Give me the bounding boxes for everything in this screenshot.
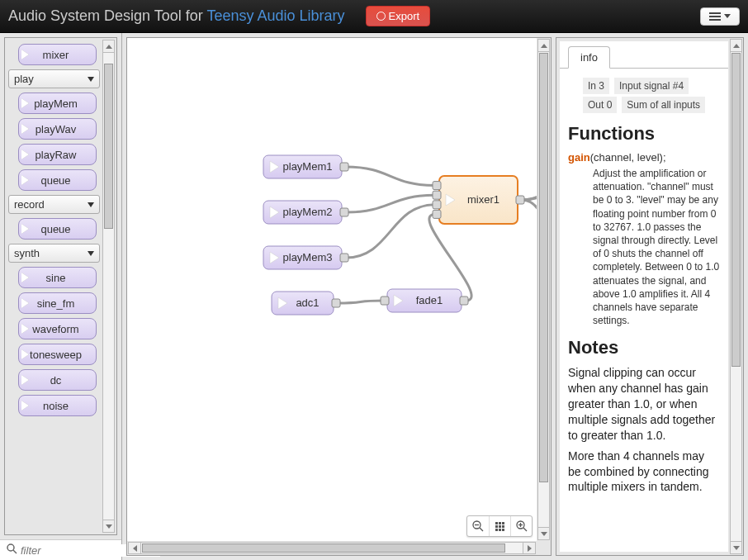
palette: mixerplayplayMemplayWavplayRawqueuerecor… — [0, 33, 122, 560]
node-fade1[interactable]: fade1 — [381, 289, 468, 312]
io-row: Out 0Sum of all inputs — [583, 97, 720, 113]
scrollbar-thumb[interactable] — [731, 53, 741, 367]
grid-icon — [495, 522, 504, 531]
node-playMem1[interactable]: playMem1 — [263, 155, 348, 178]
palette-node-dc[interactable]: dc — [18, 369, 97, 391]
notes-heading: Notes — [568, 337, 720, 358]
canvas-wrap: playMem1playMem2playMem3adc1fade1mixer1i… — [126, 37, 552, 556]
scroll-up-icon[interactable] — [103, 40, 114, 53]
header: Audio System Design Tool for Teensy Audi… — [0, 0, 748, 33]
wire[interactable] — [338, 301, 383, 303]
palette-node-queue[interactable]: queue — [18, 169, 97, 191]
node-arrow-icon — [21, 224, 29, 234]
palette-node-label: queue — [40, 223, 70, 235]
port-in[interactable] — [433, 201, 441, 209]
scroll-left-icon[interactable] — [129, 543, 141, 553]
node-arrow-icon — [21, 349, 29, 359]
palette-node-label: playWav — [36, 123, 76, 135]
zoom-out-button[interactable] — [467, 516, 489, 536]
scroll-right-icon[interactable] — [523, 543, 535, 553]
port-in[interactable] — [381, 297, 389, 305]
port-out[interactable] — [340, 254, 348, 262]
node-label: fade1 — [416, 294, 443, 306]
scroll-down-icon[interactable] — [731, 541, 741, 553]
palette-node-sine_fm[interactable]: sine_fm — [18, 292, 97, 314]
node-label: playMem1 — [283, 160, 333, 173]
app-title: Audio System Design Tool for Teensy Audi… — [8, 7, 345, 25]
port-out[interactable] — [340, 208, 348, 216]
wire[interactable] — [429, 214, 471, 301]
node-label: mixer1 — [467, 193, 499, 206]
category-synth[interactable]: synth — [8, 244, 100, 263]
palette-node-playMem[interactable]: playMem — [18, 93, 97, 114]
io-desc: Sum of all inputs — [622, 97, 705, 113]
node-mixer1[interactable]: mixer1 — [433, 176, 524, 224]
palette-scroll: mixerplayplayMemplayWavplayRawqueuerecor… — [4, 37, 117, 535]
node-arrow-icon — [21, 273, 29, 282]
palette-node-label: sine_fm — [37, 297, 75, 310]
tab-info[interactable]: info — [568, 46, 610, 69]
node-playMem3[interactable]: playMem3 — [263, 246, 348, 269]
palette-node-label: mixer — [43, 49, 69, 61]
palette-node-label: noise — [43, 400, 69, 412]
menu-button[interactable] — [700, 7, 740, 26]
hamburger-icon — [709, 12, 721, 21]
scrollbar-thumb[interactable] — [104, 64, 113, 229]
port-out[interactable] — [460, 297, 468, 305]
zoom-in-button[interactable] — [510, 516, 532, 536]
node-arrow-icon — [21, 175, 29, 185]
node-arrow-icon — [21, 124, 29, 134]
search-icon — [3, 543, 21, 557]
scrollbar-thumb[interactable] — [142, 543, 505, 553]
wire[interactable] — [522, 200, 537, 259]
scroll-up-icon[interactable] — [731, 40, 741, 52]
scroll-up-icon[interactable] — [538, 40, 549, 52]
port-out[interactable] — [516, 196, 524, 204]
export-button[interactable]: Export — [366, 6, 431, 26]
node-arrow-icon — [21, 375, 29, 385]
io-port: Out 0 — [583, 97, 617, 113]
palette-node-noise[interactable]: noise — [18, 395, 97, 416]
notes-paragraph: Signal clipping can occur when any chann… — [568, 365, 720, 443]
palette-node-label: playMem — [34, 97, 78, 110]
node-arrow-icon — [21, 98, 29, 108]
node-arrow-icon — [21, 298, 29, 308]
node-playMem2[interactable]: playMem2 — [263, 201, 348, 224]
notes-paragraph: More than 4 channels may be combined by … — [568, 448, 720, 496]
port-in[interactable] — [433, 210, 441, 218]
port-in[interactable] — [433, 191, 441, 199]
wire[interactable] — [346, 167, 435, 186]
palette-node-waveform[interactable]: waveform — [18, 318, 97, 339]
info-scrollbar[interactable] — [730, 39, 742, 554]
canvas-vscrollbar[interactable] — [537, 39, 550, 540]
title-prefix: Audio System Design Tool for — [8, 7, 206, 24]
palette-node-queue[interactable]: queue — [18, 218, 97, 240]
palette-node-tonesweep[interactable]: tonesweep — [18, 344, 97, 365]
port-out[interactable] — [340, 163, 348, 171]
category-label: record — [14, 198, 45, 211]
palette-node-sine[interactable]: sine — [18, 267, 97, 288]
zoom-reset-button[interactable] — [489, 516, 510, 536]
palette-node-playRaw[interactable]: playRaw — [18, 144, 97, 165]
port-in[interactable] — [433, 182, 441, 190]
node-adc1[interactable]: adc1 — [272, 292, 340, 315]
scrollbar-thumb[interactable] — [539, 53, 548, 482]
svg-line-1 — [13, 550, 17, 553]
palette-node-mixer[interactable]: mixer — [18, 44, 97, 65]
canvas[interactable]: playMem1playMem2playMem3adc1fade1mixer1i… — [127, 38, 537, 541]
category-play[interactable]: play — [8, 69, 100, 88]
palette-node-playWav[interactable]: playWav — [18, 118, 97, 140]
scroll-down-icon[interactable] — [538, 527, 549, 539]
category-label: play — [14, 73, 34, 85]
port-out[interactable] — [332, 299, 340, 307]
canvas-toolbar — [466, 515, 533, 537]
function-desc: Adjust the amplification or attenuation.… — [593, 167, 720, 327]
caret-down-icon — [724, 14, 731, 18]
category-record[interactable]: record — [8, 195, 100, 214]
palette-scrollbar[interactable] — [102, 40, 115, 533]
node-label: playMem3 — [283, 251, 333, 263]
scroll-down-icon[interactable] — [103, 520, 114, 532]
wire[interactable] — [346, 195, 435, 212]
title-link[interactable]: Teensy Audio Library — [206, 7, 344, 24]
canvas-hscrollbar[interactable] — [128, 542, 536, 554]
